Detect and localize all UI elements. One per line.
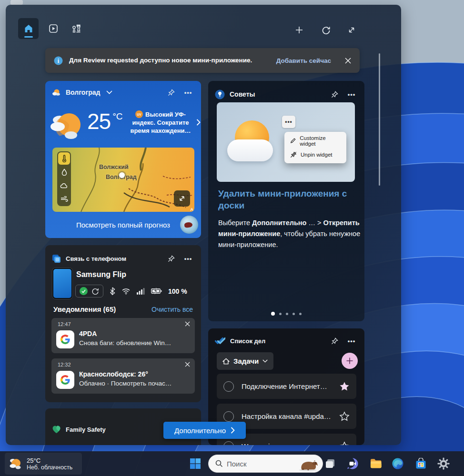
page-dot[interactable] <box>286 313 288 315</box>
start-button[interactable] <box>189 457 202 470</box>
search-highlight-animal-image[interactable] <box>295 456 320 471</box>
add-widget-button[interactable] <box>291 22 307 38</box>
task-text: Настройка канала #upda… <box>242 412 332 420</box>
weather-more-button[interactable]: ••• <box>182 87 194 98</box>
tips-pagination <box>208 312 364 316</box>
taskbar-weather-condition: Неб. облачность <box>27 464 72 471</box>
notification-card[interactable]: 12:32 Краснослободск: 26° Облачно · Посм… <box>51 358 195 394</box>
location-chevron[interactable] <box>105 87 113 98</box>
unpin-icon <box>290 151 297 158</box>
connection-status[interactable] <box>75 285 103 298</box>
notification-title: 4PDA <box>79 330 97 337</box>
tips-widget: Советы ••• ••• Customize widget Unpin wi… <box>208 81 364 321</box>
refresh-icon <box>322 26 331 35</box>
play-icon <box>48 23 59 34</box>
globe-icon[interactable] <box>180 216 198 234</box>
phone-link-icon <box>52 254 61 263</box>
weather-footer: Посмотреть полный прогноз <box>45 212 201 238</box>
task-checkbox[interactable] <box>223 441 234 446</box>
settings-button[interactable] <box>437 457 450 470</box>
panel-scrollbar[interactable] <box>379 53 380 186</box>
page-dot[interactable] <box>293 313 295 315</box>
task-view-icon <box>324 458 336 469</box>
task-checkbox[interactable] <box>223 381 234 392</box>
todo-pin-button[interactable] <box>328 336 341 346</box>
todo-more-button[interactable]: ••• <box>345 336 358 346</box>
star-outline-icon[interactable] <box>339 411 350 421</box>
phone-thumbnail[interactable] <box>52 268 72 299</box>
edge-icon <box>392 457 404 470</box>
close-icon <box>185 362 190 367</box>
tab-games[interactable] <box>66 18 86 39</box>
taskbar: 25°C Неб. облачность <box>0 451 464 476</box>
page-dot-active[interactable] <box>271 312 275 316</box>
tips-pin-button[interactable] <box>328 89 341 99</box>
chess-pieces-icon <box>71 23 82 34</box>
precipitation-layer-button[interactable] <box>58 166 70 178</box>
search-input[interactable] <box>227 460 279 468</box>
tips-more-button[interactable]: ••• <box>345 89 358 99</box>
notification-time: 12:47 <box>58 321 71 327</box>
banner-close-button[interactable] <box>342 55 354 66</box>
widget-context-menu: Customize widget Unpin widget <box>284 132 346 163</box>
map-layer-rail <box>57 151 71 206</box>
task-list-selector[interactable]: Задачи <box>217 352 273 370</box>
file-explorer-button[interactable] <box>370 457 382 470</box>
add-task-button[interactable] <box>342 353 358 369</box>
notification-close-button[interactable] <box>185 362 190 367</box>
weather-pin-button[interactable] <box>165 87 177 98</box>
star-outline-icon[interactable] <box>339 441 350 445</box>
add-now-link[interactable]: Добавить сейчас <box>276 57 331 64</box>
task-view-button[interactable] <box>324 457 336 470</box>
map-expand-button[interactable] <box>174 190 190 207</box>
page-dot[interactable] <box>299 313 302 315</box>
phone-more-button[interactable]: ••• <box>182 253 194 264</box>
expand-icon <box>347 26 356 34</box>
expand-panel-button[interactable] <box>343 22 360 38</box>
lightbulb-icon <box>215 89 225 99</box>
task-row[interactable]: Подключение Интернет… <box>217 374 356 399</box>
tab-home[interactable] <box>18 18 39 39</box>
menu-item-unpin[interactable]: Unpin widget <box>286 148 344 161</box>
info-icon: i <box>54 56 63 65</box>
chat-button[interactable] <box>346 457 359 470</box>
wind-layer-button[interactable] <box>58 193 70 205</box>
more-options-coach-button[interactable]: Дополнительно <box>163 422 246 439</box>
notification-text: Снова баги: обновление Win… <box>79 339 171 347</box>
tip-heading[interactable]: Удалить мини-приложения с доски <box>218 188 359 211</box>
clouds-layer-button[interactable] <box>58 179 70 192</box>
uv-alert[interactable]: UV Высокий УФ- индекс. Сократите время н… <box>127 110 194 135</box>
weather-location[interactable]: Волгоград <box>66 89 100 96</box>
tab-media[interactable] <box>43 18 63 39</box>
star-filled-icon[interactable] <box>339 381 350 391</box>
taskbar-weather-button[interactable]: 25°C Неб. облачность <box>5 453 82 475</box>
notification-close-button[interactable] <box>185 321 190 327</box>
phone-pin-button[interactable] <box>165 253 177 264</box>
refresh-button[interactable] <box>318 22 334 38</box>
microsoft-store-button[interactable] <box>414 457 427 470</box>
full-forecast-link[interactable]: Посмотреть полный прогноз <box>76 221 170 229</box>
weather-map[interactable]: Волжский Волгоград A <box>52 148 194 212</box>
taskbar-search-box[interactable] <box>208 455 323 473</box>
battery-icon <box>151 288 162 294</box>
temperature-layer-button[interactable] <box>58 152 70 165</box>
thermometer-icon <box>61 155 67 162</box>
task-text: Подключение Интернет… <box>242 382 332 390</box>
current-temperature: 25 °C <box>87 109 123 134</box>
menu-item-customize[interactable]: Customize widget <box>286 134 344 148</box>
illustration-more-button: ••• <box>282 116 295 128</box>
family-safety-title: Family Safety <box>66 426 106 433</box>
expand-icon <box>178 195 186 202</box>
pin-icon <box>331 91 338 98</box>
gear-icon <box>437 457 450 470</box>
clear-all-link[interactable]: Очистить все <box>151 306 193 313</box>
edge-browser-button[interactable] <box>392 457 404 470</box>
notifications-header: Уведомления (65) <box>53 305 116 313</box>
map-watermark: A <box>191 207 194 212</box>
search-icon <box>215 460 223 467</box>
notification-card[interactable]: 12:47 4PDA Снова баги: обновление Win… <box>51 318 195 353</box>
task-checkbox[interactable] <box>223 411 234 422</box>
page-dot[interactable] <box>279 313 282 315</box>
weather-widget: Волгоград ••• 25 °C <box>45 81 201 238</box>
bluetooth-icon <box>110 287 115 295</box>
